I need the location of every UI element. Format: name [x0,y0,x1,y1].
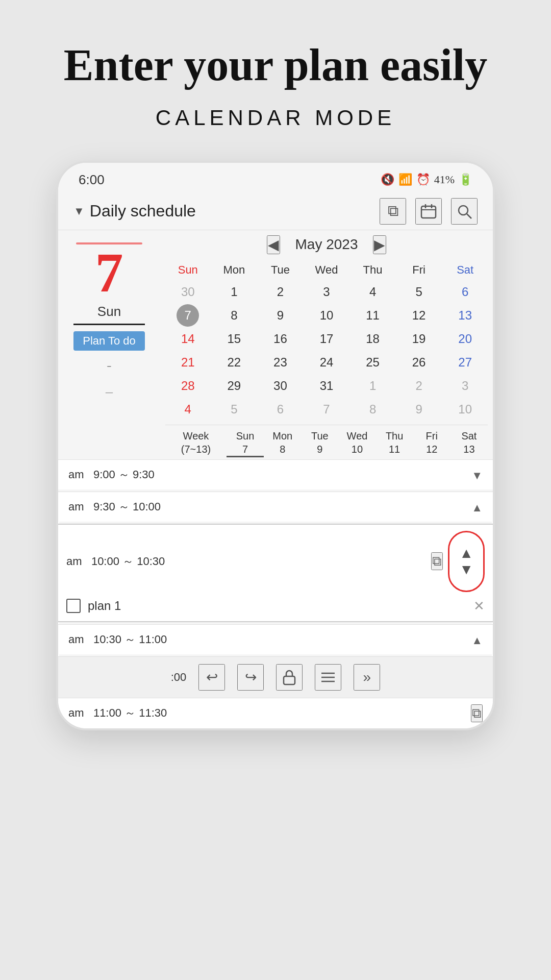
hero-subtitle: CALENDAR MODE [156,106,395,130]
app-title-area[interactable]: ▼ Daily schedule [73,202,196,220]
redo-button[interactable]: ↪ [237,664,264,691]
week-day-tue[interactable]: Tue9 [301,429,338,457]
time-slot-930[interactable]: am 9:30 ～ 10:00 ▲ [58,492,493,522]
main-content: 7 Sun Plan To do - – ◀ May 2023 ▶ Sun Mo… [58,230,493,459]
cal-day-10-next[interactable]: 10 [454,398,477,421]
hero-title: Enter your plan easily [23,41,528,90]
cal-day-9-next[interactable]: 9 [408,398,430,421]
cal-day-31[interactable]: 31 [315,375,338,397]
cal-day-6[interactable]: 6 [454,281,477,303]
slot-label-900: am 9:00 ～ 9:30 [68,467,155,482]
cal-day-22[interactable]: 22 [223,351,245,374]
cal-day-28[interactable]: 28 [177,375,199,397]
cal-day-13[interactable]: 13 [454,304,477,327]
delete-icon[interactable]: ✕ [473,598,485,614]
slot-arrow-1030-up[interactable]: ▲ [471,632,483,647]
week-day-mon[interactable]: Mon8 [264,429,301,457]
cal-day-1-next[interactable]: 1 [362,375,384,397]
cal-day-8[interactable]: 8 [223,304,245,327]
slot-label-930: am 9:30 ～ 10:00 [68,499,161,514]
task-checkbox[interactable] [66,599,81,613]
cal-day-3-next[interactable]: 3 [454,375,477,397]
battery-text: 41% [434,173,455,186]
cal-day-9[interactable]: 9 [269,304,291,327]
week-day-fri[interactable]: Fri12 [413,429,450,457]
dropdown-arrow-icon[interactable]: ▼ [73,205,85,218]
date-panel: 7 Sun Plan To do - – [58,235,160,459]
cal-day-18[interactable]: 18 [362,328,384,350]
cal-day-3[interactable]: 3 [315,281,338,303]
calendar-nav: ◀ May 2023 ▶ [165,235,488,254]
alarm-icon: ⏰ [416,173,430,186]
cal-day-29[interactable]: 29 [223,375,245,397]
cal-day-1[interactable]: 1 [223,281,245,303]
slot-expand-arrow-900[interactable]: ▼ [471,467,483,482]
cal-day-20[interactable]: 20 [454,328,477,350]
cal-day-11[interactable]: 11 [362,304,384,327]
cal-day-4-next[interactable]: 4 [177,398,199,421]
slot-header-1000: am 10:00 ～ 10:30 ⧉ ▲ ▼ [58,525,493,596]
svg-rect-6 [284,676,295,684]
week-day-wed[interactable]: Wed10 [338,429,375,457]
plan-badge[interactable]: Plan To do [73,331,145,351]
cal-header-sun: Sun [165,260,211,280]
week-day-sat[interactable]: Sat13 [450,429,488,457]
partial-slot-1100[interactable]: am 11:00 ～ 11:30 ⧉ [58,698,493,728]
cal-day-4[interactable]: 4 [362,281,384,303]
date-weekday: Sun [97,304,121,320]
cal-header-wed: Wed [304,260,349,280]
cal-day-30[interactable]: 30 [269,375,291,397]
cal-day-14[interactable]: 14 [177,328,199,350]
cal-day-26[interactable]: 26 [408,351,430,374]
cal-day-25[interactable]: 25 [362,351,384,374]
week-label-line1: Week [183,430,209,442]
cal-day-10[interactable]: 10 [315,304,338,327]
cal-day-7-selected[interactable]: 7 [177,304,199,327]
cal-day-17[interactable]: 17 [315,328,338,350]
move-up-button[interactable]: ▲ [459,546,473,560]
updown-controls: ▲ ▼ [448,531,485,592]
time-slot-900[interactable]: am 9:00 ～ 9:30 ▼ [58,459,493,489]
cal-header-tue: Tue [258,260,303,280]
list-button[interactable] [315,664,341,691]
slot-copy-button-1100[interactable]: ⧉ [471,704,483,722]
week-day-thu[interactable]: Thu11 [376,429,413,457]
search-button[interactable] [451,198,478,225]
cal-day-2-next[interactable]: 2 [408,375,430,397]
next-month-button[interactable]: ▶ [373,235,386,254]
lock-button[interactable] [276,664,303,691]
calendar-month-label: May 2023 [295,236,358,253]
move-down-button[interactable]: ▼ [459,562,473,577]
mute-icon: 🔇 [381,173,394,186]
cal-day-7-next[interactable]: 7 [315,398,338,421]
calendar-button[interactable] [415,198,442,225]
cal-day-8-next[interactable]: 8 [362,398,384,421]
cal-day-27[interactable]: 27 [454,351,477,374]
slot-copy-button[interactable]: ⧉ [431,552,443,570]
slot-label-1100: am 11:00 ～ 11:30 [68,705,167,721]
cal-day-5-next[interactable]: 5 [223,398,245,421]
cal-day-24[interactable]: 24 [315,351,338,374]
cal-day-21[interactable]: 21 [177,351,199,374]
cal-day-23[interactable]: 23 [269,351,291,374]
slot-task-row: plan 1 ✕ [58,596,493,621]
undo-button[interactable]: ↩ [198,664,225,691]
cal-day-12[interactable]: 12 [408,304,430,327]
cal-day-30-prev[interactable]: 30 [177,281,199,303]
more-button[interactable]: » [354,664,380,691]
cal-day-15[interactable]: 15 [223,328,245,350]
prev-month-button[interactable]: ◀ [267,235,280,254]
copy-button[interactable]: ⧉ [380,198,406,225]
week-day-sun[interactable]: Sun7 [227,429,264,457]
week-row: Week (7~13) Sun7 Mon8 Tue9 Wed10 Thu11 F… [165,425,488,459]
cal-day-5[interactable]: 5 [408,281,430,303]
cal-day-6-next[interactable]: 6 [269,398,291,421]
week-label: Week (7~13) [165,429,227,457]
calendar-area: ◀ May 2023 ▶ Sun Mon Tue Wed Thu Fri Sat… [160,235,493,459]
slot-expand-arrow-930[interactable]: ▲ [471,499,483,514]
cal-header-mon: Mon [212,260,257,280]
cal-day-2[interactable]: 2 [269,281,291,303]
cal-day-16[interactable]: 16 [269,328,291,350]
time-slot-1030[interactable]: am 10:30 ～ 11:00 ▲ [58,624,493,654]
cal-day-19[interactable]: 19 [408,328,430,350]
